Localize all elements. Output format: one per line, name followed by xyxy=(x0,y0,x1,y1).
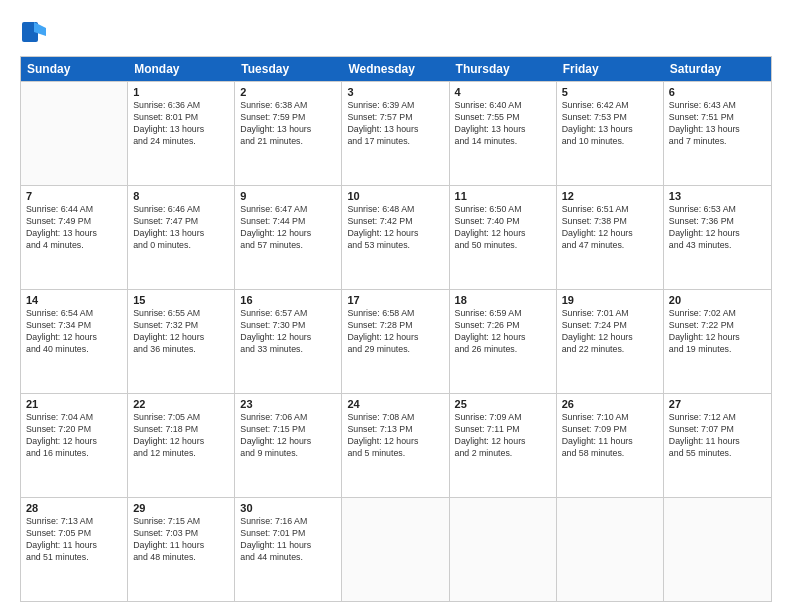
day-number: 28 xyxy=(26,502,122,514)
calendar-cell xyxy=(557,498,664,601)
day-number: 30 xyxy=(240,502,336,514)
weekday-header: Saturday xyxy=(664,57,771,81)
header xyxy=(20,18,772,46)
calendar-cell: 28Sunrise: 7:13 AM Sunset: 7:05 PM Dayli… xyxy=(21,498,128,601)
day-info: Sunrise: 6:48 AM Sunset: 7:42 PM Dayligh… xyxy=(347,204,443,252)
calendar-cell: 21Sunrise: 7:04 AM Sunset: 7:20 PM Dayli… xyxy=(21,394,128,497)
calendar-cell: 23Sunrise: 7:06 AM Sunset: 7:15 PM Dayli… xyxy=(235,394,342,497)
weekday-header: Wednesday xyxy=(342,57,449,81)
day-info: Sunrise: 7:15 AM Sunset: 7:03 PM Dayligh… xyxy=(133,516,229,564)
calendar-row: 28Sunrise: 7:13 AM Sunset: 7:05 PM Dayli… xyxy=(21,497,771,601)
weekday-header: Monday xyxy=(128,57,235,81)
day-info: Sunrise: 7:13 AM Sunset: 7:05 PM Dayligh… xyxy=(26,516,122,564)
day-number: 20 xyxy=(669,294,766,306)
day-number: 17 xyxy=(347,294,443,306)
logo-icon xyxy=(20,18,48,46)
calendar-row: 7Sunrise: 6:44 AM Sunset: 7:49 PM Daylig… xyxy=(21,185,771,289)
day-info: Sunrise: 6:59 AM Sunset: 7:26 PM Dayligh… xyxy=(455,308,551,356)
day-info: Sunrise: 6:46 AM Sunset: 7:47 PM Dayligh… xyxy=(133,204,229,252)
day-number: 27 xyxy=(669,398,766,410)
day-number: 13 xyxy=(669,190,766,202)
calendar-cell: 22Sunrise: 7:05 AM Sunset: 7:18 PM Dayli… xyxy=(128,394,235,497)
weekday-header: Friday xyxy=(557,57,664,81)
calendar-cell: 12Sunrise: 6:51 AM Sunset: 7:38 PM Dayli… xyxy=(557,186,664,289)
calendar-cell: 4Sunrise: 6:40 AM Sunset: 7:55 PM Daylig… xyxy=(450,82,557,185)
calendar-body: 1Sunrise: 6:36 AM Sunset: 8:01 PM Daylig… xyxy=(21,81,771,601)
day-info: Sunrise: 7:06 AM Sunset: 7:15 PM Dayligh… xyxy=(240,412,336,460)
day-number: 18 xyxy=(455,294,551,306)
day-number: 4 xyxy=(455,86,551,98)
calendar-cell: 30Sunrise: 7:16 AM Sunset: 7:01 PM Dayli… xyxy=(235,498,342,601)
day-number: 21 xyxy=(26,398,122,410)
calendar-row: 21Sunrise: 7:04 AM Sunset: 7:20 PM Dayli… xyxy=(21,393,771,497)
calendar-cell: 27Sunrise: 7:12 AM Sunset: 7:07 PM Dayli… xyxy=(664,394,771,497)
day-info: Sunrise: 7:02 AM Sunset: 7:22 PM Dayligh… xyxy=(669,308,766,356)
day-info: Sunrise: 7:04 AM Sunset: 7:20 PM Dayligh… xyxy=(26,412,122,460)
calendar-cell: 3Sunrise: 6:39 AM Sunset: 7:57 PM Daylig… xyxy=(342,82,449,185)
day-info: Sunrise: 6:57 AM Sunset: 7:30 PM Dayligh… xyxy=(240,308,336,356)
day-info: Sunrise: 7:08 AM Sunset: 7:13 PM Dayligh… xyxy=(347,412,443,460)
calendar-cell: 29Sunrise: 7:15 AM Sunset: 7:03 PM Dayli… xyxy=(128,498,235,601)
day-info: Sunrise: 7:01 AM Sunset: 7:24 PM Dayligh… xyxy=(562,308,658,356)
day-info: Sunrise: 7:16 AM Sunset: 7:01 PM Dayligh… xyxy=(240,516,336,564)
logo xyxy=(20,18,51,46)
calendar-row: 14Sunrise: 6:54 AM Sunset: 7:34 PM Dayli… xyxy=(21,289,771,393)
calendar-cell: 16Sunrise: 6:57 AM Sunset: 7:30 PM Dayli… xyxy=(235,290,342,393)
calendar-cell: 15Sunrise: 6:55 AM Sunset: 7:32 PM Dayli… xyxy=(128,290,235,393)
calendar-cell: 5Sunrise: 6:42 AM Sunset: 7:53 PM Daylig… xyxy=(557,82,664,185)
day-number: 25 xyxy=(455,398,551,410)
calendar-cell: 7Sunrise: 6:44 AM Sunset: 7:49 PM Daylig… xyxy=(21,186,128,289)
calendar-cell: 13Sunrise: 6:53 AM Sunset: 7:36 PM Dayli… xyxy=(664,186,771,289)
calendar-cell xyxy=(664,498,771,601)
calendar-cell: 11Sunrise: 6:50 AM Sunset: 7:40 PM Dayli… xyxy=(450,186,557,289)
day-info: Sunrise: 7:10 AM Sunset: 7:09 PM Dayligh… xyxy=(562,412,658,460)
day-info: Sunrise: 6:36 AM Sunset: 8:01 PM Dayligh… xyxy=(133,100,229,148)
day-info: Sunrise: 6:51 AM Sunset: 7:38 PM Dayligh… xyxy=(562,204,658,252)
calendar-header: SundayMondayTuesdayWednesdayThursdayFrid… xyxy=(21,57,771,81)
calendar-cell: 25Sunrise: 7:09 AM Sunset: 7:11 PM Dayli… xyxy=(450,394,557,497)
day-info: Sunrise: 6:55 AM Sunset: 7:32 PM Dayligh… xyxy=(133,308,229,356)
day-info: Sunrise: 7:05 AM Sunset: 7:18 PM Dayligh… xyxy=(133,412,229,460)
calendar-cell: 6Sunrise: 6:43 AM Sunset: 7:51 PM Daylig… xyxy=(664,82,771,185)
day-number: 8 xyxy=(133,190,229,202)
day-info: Sunrise: 6:54 AM Sunset: 7:34 PM Dayligh… xyxy=(26,308,122,356)
day-number: 2 xyxy=(240,86,336,98)
day-number: 7 xyxy=(26,190,122,202)
calendar-cell: 20Sunrise: 7:02 AM Sunset: 7:22 PM Dayli… xyxy=(664,290,771,393)
day-number: 24 xyxy=(347,398,443,410)
day-number: 11 xyxy=(455,190,551,202)
weekday-header: Sunday xyxy=(21,57,128,81)
day-number: 29 xyxy=(133,502,229,514)
day-number: 6 xyxy=(669,86,766,98)
calendar-row: 1Sunrise: 6:36 AM Sunset: 8:01 PM Daylig… xyxy=(21,81,771,185)
calendar-cell: 17Sunrise: 6:58 AM Sunset: 7:28 PM Dayli… xyxy=(342,290,449,393)
day-info: Sunrise: 6:58 AM Sunset: 7:28 PM Dayligh… xyxy=(347,308,443,356)
calendar-cell: 26Sunrise: 7:10 AM Sunset: 7:09 PM Dayli… xyxy=(557,394,664,497)
day-number: 26 xyxy=(562,398,658,410)
day-number: 23 xyxy=(240,398,336,410)
calendar-cell xyxy=(450,498,557,601)
day-info: Sunrise: 6:43 AM Sunset: 7:51 PM Dayligh… xyxy=(669,100,766,148)
day-number: 19 xyxy=(562,294,658,306)
day-info: Sunrise: 6:53 AM Sunset: 7:36 PM Dayligh… xyxy=(669,204,766,252)
calendar-cell: 1Sunrise: 6:36 AM Sunset: 8:01 PM Daylig… xyxy=(128,82,235,185)
day-info: Sunrise: 7:12 AM Sunset: 7:07 PM Dayligh… xyxy=(669,412,766,460)
page: SundayMondayTuesdayWednesdayThursdayFrid… xyxy=(0,0,792,612)
calendar: SundayMondayTuesdayWednesdayThursdayFrid… xyxy=(20,56,772,602)
calendar-cell xyxy=(21,82,128,185)
day-number: 3 xyxy=(347,86,443,98)
day-info: Sunrise: 6:44 AM Sunset: 7:49 PM Dayligh… xyxy=(26,204,122,252)
day-number: 12 xyxy=(562,190,658,202)
day-number: 9 xyxy=(240,190,336,202)
day-number: 1 xyxy=(133,86,229,98)
calendar-cell: 2Sunrise: 6:38 AM Sunset: 7:59 PM Daylig… xyxy=(235,82,342,185)
day-number: 15 xyxy=(133,294,229,306)
day-number: 16 xyxy=(240,294,336,306)
calendar-cell: 14Sunrise: 6:54 AM Sunset: 7:34 PM Dayli… xyxy=(21,290,128,393)
day-info: Sunrise: 6:39 AM Sunset: 7:57 PM Dayligh… xyxy=(347,100,443,148)
weekday-header: Thursday xyxy=(450,57,557,81)
day-number: 22 xyxy=(133,398,229,410)
day-info: Sunrise: 6:38 AM Sunset: 7:59 PM Dayligh… xyxy=(240,100,336,148)
calendar-cell: 9Sunrise: 6:47 AM Sunset: 7:44 PM Daylig… xyxy=(235,186,342,289)
calendar-cell: 8Sunrise: 6:46 AM Sunset: 7:47 PM Daylig… xyxy=(128,186,235,289)
